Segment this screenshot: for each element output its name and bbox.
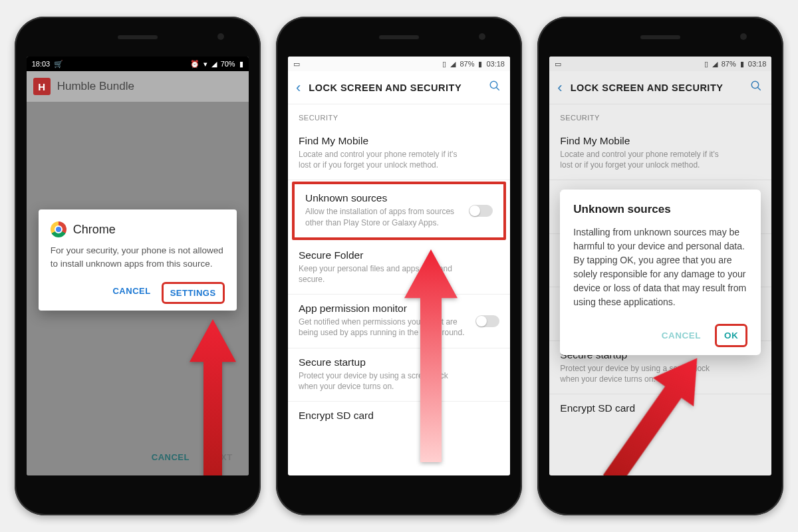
chrome-icon: [51, 221, 66, 237]
phone-frame-1: 18:03 🛒 ⏰ ▾ ◢ 70% ▮ H Humble Bundle Chro…: [15, 17, 261, 515]
signal-icon: ◢: [450, 60, 456, 68]
dialog-title: Chrome: [73, 223, 116, 237]
app-bar-title: LOCK SCREEN AND SECURITY: [309, 82, 479, 93]
unknown-sources-dialog: Unknown sources Installing from unknown …: [560, 190, 761, 355]
setting-title: Find My Mobile: [299, 135, 499, 147]
setting-desc: Protect your device by using a screen lo…: [560, 363, 761, 384]
notif-icon: ▭: [555, 60, 561, 68]
setting-title: App permission monitor: [299, 303, 499, 315]
bottom-cancel-button[interactable]: CANCEL: [152, 452, 190, 462]
setting-item-encrypt-sd-card[interactable]: Encrypt SD card: [288, 402, 510, 433]
cancel-button[interactable]: CANCEL: [654, 326, 708, 345]
notif-icon: ▭: [293, 60, 300, 68]
ok-button[interactable]: OK: [715, 324, 747, 347]
setting-item-secure-startup[interactable]: Secure startupProtect your device by usi…: [288, 348, 510, 401]
svg-point-2: [752, 81, 759, 88]
cancel-button[interactable]: CANCEL: [106, 282, 157, 304]
battery-icon: ▮: [239, 60, 243, 68]
search-icon[interactable]: [483, 80, 506, 95]
app-bar-title: LOCK SCREEN AND SECURITY: [571, 82, 741, 93]
phone-speaker: [379, 35, 419, 39]
phone-camera: [217, 33, 224, 40]
phone-camera: [740, 33, 747, 40]
setting-desc: Keep your personal files and apps safe a…: [299, 263, 499, 285]
phone-speaker: [118, 35, 158, 39]
alarm-icon: ⏰: [190, 60, 200, 68]
battery-icon: ▮: [740, 60, 744, 68]
status-time: 03:18: [486, 60, 505, 68]
phone-camera: [479, 33, 485, 40]
app-bar: H Humble Bundle: [27, 71, 249, 102]
setting-title: Secure Folder: [299, 249, 499, 261]
setting-item-app-permission-monitor[interactable]: App permission monitorGet notified when …: [288, 295, 510, 347]
setting-title: Find My Mobile: [560, 135, 761, 147]
setting-desc: Locate and control your phone remotely i…: [299, 149, 499, 170]
battery-text: 87%: [460, 60, 474, 68]
status-bar: 18:03 🛒 ⏰ ▾ ◢ 70% ▮: [27, 57, 249, 71]
battery-text: 87%: [722, 60, 736, 68]
setting-desc: Locate and control your phone remotely i…: [560, 149, 761, 170]
setting-item-unknown-sources[interactable]: Unknown sourcesAllow the installation of…: [295, 184, 503, 237]
setting-title: Unknown sources: [305, 192, 493, 204]
dialog-message: Installing from unknown sources may be h…: [573, 225, 747, 309]
dialog-message: For your security, your phone is not all…: [51, 244, 225, 270]
dialog-title: Unknown sources: [573, 203, 747, 216]
phone-screen-3: ▭ ▯ ◢ 87% ▮ 03:18 ‹ LOCK SCREEN AND SECU…: [549, 57, 771, 475]
settings-button[interactable]: SETTINGS: [162, 282, 225, 304]
chrome-security-dialog: Chrome For your security, your phone is …: [39, 209, 237, 311]
toggle-switch[interactable]: [475, 315, 499, 327]
status-bar: ▭ ▯ ◢ 87% ▮ 03:18: [549, 57, 771, 71]
signal-icon: ◢: [712, 60, 718, 68]
setting-item-find-my-mobile: Find My MobileLocate and control your ph…: [549, 127, 771, 180]
battery-icon: ▮: [478, 60, 482, 68]
app-bar-title: Humble Bundle: [57, 80, 134, 93]
status-time: 18:03: [32, 60, 51, 68]
bottom-next-button: NEXT: [208, 452, 233, 462]
settings-list[interactable]: Find My MobileLocate and control your ph…: [288, 127, 510, 433]
setting-desc: Protect your device by using a screen lo…: [299, 370, 499, 392]
setting-item-find-my-mobile[interactable]: Find My MobileLocate and control your ph…: [288, 127, 510, 180]
back-button[interactable]: ‹: [553, 79, 566, 96]
toggle-switch[interactable]: [469, 205, 493, 217]
battery-text: 70%: [221, 60, 235, 68]
settings-app-bar: ‹ LOCK SCREEN AND SECURITY: [288, 71, 510, 104]
humble-bundle-icon: H: [33, 78, 51, 95]
svg-point-0: [490, 81, 497, 88]
phone-speaker: [640, 35, 680, 39]
phone-frame-2: ▭ ▯ ◢ 87% ▮ 03:18 ‹ LOCK SCREEN AND SECU…: [276, 17, 522, 515]
status-time: 03:18: [748, 60, 767, 68]
svg-line-1: [496, 87, 499, 90]
back-button[interactable]: ‹: [292, 79, 305, 96]
search-icon[interactable]: [745, 80, 767, 95]
section-header: SECURITY: [549, 104, 771, 127]
settings-app-bar: ‹ LOCK SCREEN AND SECURITY: [549, 71, 771, 104]
setting-title: Encrypt SD card: [560, 402, 761, 414]
sim-icon: ▯: [704, 60, 708, 68]
setting-item-secure-folder[interactable]: Secure FolderKeep your personal files an…: [288, 241, 510, 294]
section-header: SECURITY: [288, 104, 510, 127]
signal-icon: ◢: [211, 60, 217, 68]
phone-screen-1: 18:03 🛒 ⏰ ▾ ◢ 70% ▮ H Humble Bundle Chro…: [27, 57, 249, 475]
phone-frame-3: ▭ ▯ ◢ 87% ▮ 03:18 ‹ LOCK SCREEN AND SECU…: [537, 17, 783, 515]
sim-icon: ▯: [442, 60, 446, 68]
setting-title: Secure startup: [299, 356, 499, 368]
setting-item-encrypt-sd-card: Encrypt SD card: [549, 394, 771, 426]
cart-icon: 🛒: [54, 60, 63, 68]
setting-desc: Allow the installation of apps from sour…: [305, 206, 493, 227]
bottom-action-row: CANCEL NEXT: [152, 452, 233, 462]
status-bar: ▭ ▯ ◢ 87% ▮ 03:18: [288, 57, 510, 71]
phone-screen-2: ▭ ▯ ◢ 87% ▮ 03:18 ‹ LOCK SCREEN AND SECU…: [288, 57, 510, 475]
svg-line-3: [758, 87, 761, 90]
wifi-icon: ▾: [203, 60, 207, 68]
setting-desc: Get notified when permissions you select…: [299, 317, 499, 338]
setting-title: Encrypt SD card: [299, 410, 499, 422]
